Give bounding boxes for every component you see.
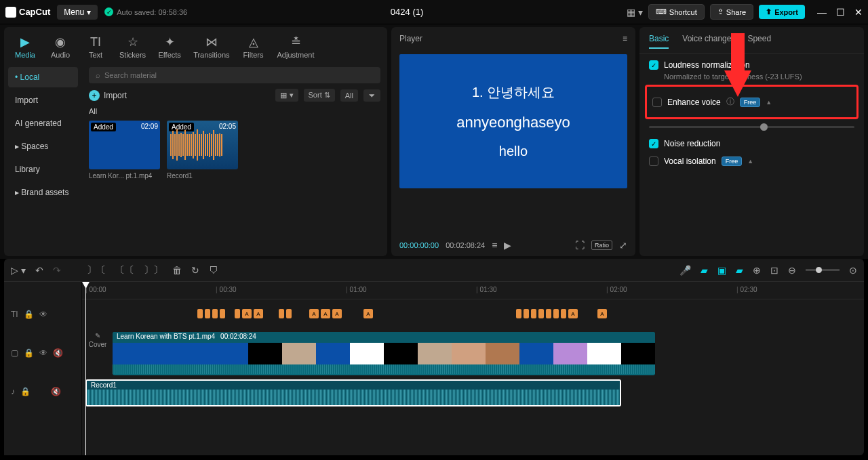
zoom-out-icon[interactable]: ⊖: [788, 265, 796, 276]
grid-view-button[interactable]: ▦ ▾: [275, 89, 298, 102]
tab-media[interactable]: ▶Media: [8, 33, 42, 62]
player-title: Player: [399, 34, 422, 43]
sidebar-item-spaces[interactable]: ▸ Spaces: [8, 136, 78, 156]
current-time: 00:00:00:00: [399, 241, 439, 249]
audio-clip[interactable]: Record1: [85, 379, 621, 406]
player-menu-icon[interactable]: ≡: [623, 34, 627, 43]
ratio-button[interactable]: Ratio: [591, 241, 612, 250]
crop-icon[interactable]: ⛶: [575, 240, 585, 251]
shortcut-button[interactable]: ⌨ Shortcut: [648, 4, 705, 20]
timeline-panel: ▷ ▾ ↶ ↷ 〕〔 〔〔 〕〕 🗑 ↻ ⛉ 🎤 ▰ ▣ ▰ ⊕ ⊡ ⊖ ⊙ T…: [4, 259, 864, 455]
enhance-slider[interactable]: [649, 123, 854, 131]
video-icon: ▢: [11, 348, 18, 358]
split-right-tool[interactable]: 〕〕: [144, 264, 163, 276]
share-button[interactable]: ⇪ Share: [710, 4, 753, 20]
sidebar-item-library[interactable]: Library: [8, 159, 78, 180]
sidebar-item-import[interactable]: Import: [8, 90, 78, 110]
select-tool[interactable]: ▷ ▾: [11, 265, 26, 276]
split-left-tool[interactable]: 〔〔: [115, 264, 134, 276]
vocal-isolation-row[interactable]: Vocal isolation Free ▲: [649, 156, 854, 166]
search-icon: ⌕: [96, 71, 100, 79]
sidebar-item-ai[interactable]: AI generated: [8, 113, 78, 133]
audio-clip-name: Record1: [87, 381, 620, 390]
list-icon[interactable]: ≡: [492, 240, 497, 251]
snap-icon[interactable]: ⊡: [770, 265, 778, 276]
redo-button[interactable]: ↷: [53, 265, 61, 276]
sidebar-item-local[interactable]: • Local: [8, 67, 78, 87]
timeline-ruler[interactable]: 00:00 00:30 01:00 01:30 02:00 02:30: [82, 282, 864, 299]
delete-tool[interactable]: 🗑: [172, 265, 182, 276]
free-badge: Free: [740, 98, 761, 107]
tab-stickers[interactable]: ☆Stickers: [114, 33, 151, 62]
fullscreen-icon[interactable]: ⤢: [619, 240, 627, 251]
undo-button[interactable]: ↶: [35, 265, 43, 276]
zoom-fit-icon[interactable]: ⊙: [849, 265, 857, 276]
video-track-label: ▢ 🔒 👁 🔇: [4, 329, 81, 377]
import-button[interactable]: + Import: [89, 90, 127, 101]
export-button[interactable]: ⬆ Export: [759, 5, 805, 19]
filter-icon[interactable]: ⏷: [363, 89, 380, 102]
project-title[interactable]: 0424 (1): [194, 7, 620, 17]
loudness-checkbox[interactable]: ✓: [649, 60, 658, 70]
tab-effects[interactable]: ✦Effects: [153, 33, 186, 62]
magnet-right-icon[interactable]: ▰: [736, 265, 743, 276]
tab-text[interactable]: TIText: [79, 33, 113, 62]
playhead[interactable]: [85, 282, 86, 455]
close-button[interactable]: ✕: [854, 7, 863, 18]
noise-checkbox[interactable]: ✓: [649, 139, 658, 148]
all-filter-button[interactable]: All: [340, 89, 358, 102]
app-logo: CapCut: [5, 7, 50, 18]
sidebar-item-brand[interactable]: ▸ Brand assets: [8, 182, 78, 203]
media-item[interactable]: Added 02:05 Record1: [167, 121, 238, 180]
zoom-slider[interactable]: [806, 269, 840, 271]
audio-track[interactable]: Record1: [82, 377, 864, 411]
vocal-checkbox[interactable]: [649, 156, 658, 166]
auto-saved-status: ✓ Auto saved: 09:58:36: [104, 7, 187, 16]
mute-icon[interactable]: 🔇: [53, 348, 63, 358]
menu-button[interactable]: Menu▾: [57, 5, 98, 20]
lock-icon[interactable]: 🔒: [24, 310, 34, 319]
maximize-button[interactable]: ☐: [836, 7, 845, 18]
media-name: Learn Kor... pt.1.mp4: [89, 172, 160, 180]
text-track-label: TI 🔒 👁: [4, 299, 81, 329]
shield-tool[interactable]: ⛉: [209, 265, 218, 276]
chevron-up-icon[interactable]: ▲: [766, 99, 772, 106]
main-tabs: ▶Media ◉Audio TIText ☆Stickers ✦Effects …: [4, 27, 387, 62]
tab-filters[interactable]: ◬Filters: [237, 33, 271, 62]
layout-icon[interactable]: ▦ ▾: [627, 7, 643, 18]
eye-icon[interactable]: 👁: [39, 348, 47, 358]
enhance-checkbox[interactable]: [652, 98, 662, 107]
lock-icon[interactable]: 🔒: [20, 387, 31, 396]
video-preview[interactable]: 1. 안녕하세요 annyeonghaseyo hello: [399, 54, 627, 188]
eye-icon[interactable]: 👁: [39, 310, 47, 319]
video-clip[interactable]: Learn Korean with BTS pt.1.mp4 00:02:08:…: [113, 332, 655, 375]
tab-transitions[interactable]: ⋈Transitions: [188, 33, 235, 62]
info-icon[interactable]: ⓘ: [726, 96, 734, 108]
text-track[interactable]: AA AAA A A A: [82, 299, 864, 329]
sort-button[interactable]: Sort ⇅: [304, 89, 335, 102]
split-tool[interactable]: 〕〔: [87, 264, 106, 276]
enhance-voice-row[interactable]: Enhance voice ⓘ Free ▲: [652, 96, 851, 108]
timeline-tracks[interactable]: 00:00 00:30 01:00 01:30 02:00 02:30 AA A…: [82, 282, 864, 455]
mute-icon[interactable]: 🔇: [51, 387, 61, 396]
link-icon[interactable]: ⊕: [753, 265, 761, 276]
tab-speed[interactable]: Speed: [747, 34, 771, 49]
tab-basic[interactable]: Basic: [649, 34, 669, 49]
video-track[interactable]: Learn Korean with BTS pt.1.mp4 00:02:08:…: [82, 329, 864, 377]
search-input[interactable]: ⌕ Search material: [89, 67, 380, 83]
tab-audio[interactable]: ◉Audio: [43, 33, 77, 62]
play-button[interactable]: ▶: [504, 240, 511, 251]
mic-button[interactable]: 🎤: [679, 265, 691, 276]
noise-reduction-row[interactable]: ✓ Noise reduction: [649, 139, 854, 148]
tab-adjustment[interactable]: ≛Adjustment: [272, 33, 320, 62]
magnet-center-icon[interactable]: ▣: [717, 265, 726, 276]
minimize-button[interactable]: —: [817, 7, 827, 18]
loudness-row[interactable]: ✓ Loudness normalization: [649, 60, 854, 70]
magnet-left-icon[interactable]: ▰: [701, 265, 708, 276]
reverse-tool[interactable]: ↻: [191, 265, 199, 276]
player-controls: 00:00:00:00 00:02:08:24 ≡ ▶ ⛶ Ratio ⤢: [391, 234, 635, 256]
media-item[interactable]: Added 02:09 Learn Kor... pt.1.mp4: [89, 121, 160, 180]
chevron-up-icon[interactable]: ▲: [747, 158, 753, 165]
tab-voice-changer[interactable]: Voice changer: [682, 34, 734, 49]
lock-icon[interactable]: 🔒: [24, 348, 34, 358]
